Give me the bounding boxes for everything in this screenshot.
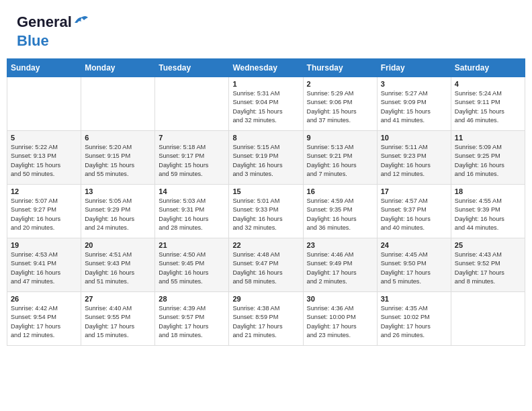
day-number: 3 bbox=[381, 80, 447, 88]
day-number: 19 bbox=[11, 241, 77, 249]
header-day-tuesday: Tuesday bbox=[155, 59, 229, 77]
day-info: Sunrise: 4:35 AM Sunset: 10:02 PM Daylig… bbox=[381, 304, 447, 340]
day-info: Sunrise: 4:55 AM Sunset: 9:39 PM Dayligh… bbox=[455, 197, 521, 232]
day-number: 21 bbox=[159, 241, 225, 249]
day-number: 14 bbox=[159, 187, 225, 195]
day-info: Sunrise: 4:59 AM Sunset: 9:35 PM Dayligh… bbox=[307, 197, 373, 232]
calendar-cell bbox=[81, 77, 155, 131]
day-info: Sunrise: 5:01 AM Sunset: 9:33 PM Dayligh… bbox=[232, 197, 299, 232]
calendar-cell: 7Sunrise: 5:18 AM Sunset: 9:17 PM Daylig… bbox=[155, 131, 229, 185]
calendar-cell: 28Sunrise: 4:39 AM Sunset: 9:57 PM Dayli… bbox=[155, 292, 229, 346]
day-info: Sunrise: 4:46 AM Sunset: 9:49 PM Dayligh… bbox=[307, 250, 373, 286]
calendar-cell: 6Sunrise: 5:20 AM Sunset: 9:15 PM Daylig… bbox=[81, 131, 155, 185]
header-day-sunday: Sunday bbox=[7, 59, 81, 77]
header-day-thursday: Thursday bbox=[303, 59, 377, 77]
calendar-cell: 12Sunrise: 5:07 AM Sunset: 9:27 PM Dayli… bbox=[7, 185, 81, 238]
calendar-cell: 2Sunrise: 5:29 AM Sunset: 9:06 PM Daylig… bbox=[303, 77, 377, 131]
day-number: 16 bbox=[307, 187, 373, 195]
day-info: Sunrise: 4:36 AM Sunset: 10:00 PM Daylig… bbox=[307, 304, 373, 340]
day-number: 6 bbox=[85, 134, 151, 142]
logo: General Blue bbox=[17, 13, 72, 50]
calendar-cell: 27Sunrise: 4:40 AM Sunset: 9:55 PM Dayli… bbox=[81, 292, 155, 346]
day-info: Sunrise: 5:09 AM Sunset: 9:25 PM Dayligh… bbox=[455, 143, 521, 179]
calendar-cell: 19Sunrise: 4:53 AM Sunset: 9:41 PM Dayli… bbox=[7, 238, 81, 292]
day-info: Sunrise: 4:42 AM Sunset: 9:54 PM Dayligh… bbox=[11, 304, 77, 340]
header-row: SundayMondayTuesdayWednesdayThursdayFrid… bbox=[7, 59, 525, 77]
day-info: Sunrise: 5:11 AM Sunset: 9:23 PM Dayligh… bbox=[381, 143, 447, 179]
header-day-wednesday: Wednesday bbox=[229, 59, 303, 77]
calendar-cell: 29Sunrise: 4:38 AM Sunset: 8:59 PM Dayli… bbox=[229, 292, 303, 346]
calendar-cell bbox=[451, 292, 525, 346]
calendar-cell: 26Sunrise: 4:42 AM Sunset: 9:54 PM Dayli… bbox=[7, 292, 81, 346]
day-info: Sunrise: 4:40 AM Sunset: 9:55 PM Dayligh… bbox=[85, 304, 151, 340]
day-number: 2 bbox=[307, 80, 373, 88]
day-number: 24 bbox=[381, 241, 447, 249]
day-info: Sunrise: 4:43 AM Sunset: 9:52 PM Dayligh… bbox=[455, 250, 521, 286]
calendar-cell bbox=[155, 77, 229, 131]
day-number: 8 bbox=[232, 134, 299, 142]
calendar-cell: 14Sunrise: 5:03 AM Sunset: 9:31 PM Dayli… bbox=[155, 185, 229, 238]
logo-bird-icon bbox=[73, 15, 88, 24]
day-info: Sunrise: 4:48 AM Sunset: 9:47 PM Dayligh… bbox=[232, 250, 299, 286]
day-info: Sunrise: 4:53 AM Sunset: 9:41 PM Dayligh… bbox=[11, 250, 77, 286]
day-number: 25 bbox=[455, 241, 521, 249]
calendar-cell bbox=[7, 77, 81, 131]
calendar-cell: 8Sunrise: 5:15 AM Sunset: 9:19 PM Daylig… bbox=[229, 131, 303, 185]
calendar-body: 1Sunrise: 5:31 AM Sunset: 9:04 PM Daylig… bbox=[7, 77, 525, 346]
calendar-cell: 16Sunrise: 4:59 AM Sunset: 9:35 PM Dayli… bbox=[303, 185, 377, 238]
calendar-cell: 4Sunrise: 5:24 AM Sunset: 9:11 PM Daylig… bbox=[451, 77, 525, 131]
calendar-cell: 3Sunrise: 5:27 AM Sunset: 9:09 PM Daylig… bbox=[377, 77, 451, 131]
calendar-cell: 21Sunrise: 4:50 AM Sunset: 9:45 PM Dayli… bbox=[155, 238, 229, 292]
day-number: 4 bbox=[455, 80, 521, 88]
calendar-cell: 13Sunrise: 5:05 AM Sunset: 9:29 PM Dayli… bbox=[81, 185, 155, 238]
day-info: Sunrise: 4:50 AM Sunset: 9:45 PM Dayligh… bbox=[159, 250, 225, 286]
calendar-cell: 10Sunrise: 5:11 AM Sunset: 9:23 PM Dayli… bbox=[377, 131, 451, 185]
calendar-table: SundayMondayTuesdayWednesdayThursdayFrid… bbox=[7, 58, 525, 346]
day-info: Sunrise: 5:22 AM Sunset: 9:13 PM Dayligh… bbox=[11, 143, 77, 179]
day-number: 31 bbox=[381, 295, 447, 303]
day-info: Sunrise: 5:13 AM Sunset: 9:21 PM Dayligh… bbox=[307, 143, 373, 179]
day-info: Sunrise: 5:03 AM Sunset: 9:31 PM Dayligh… bbox=[159, 197, 225, 232]
day-info: Sunrise: 4:38 AM Sunset: 8:59 PM Dayligh… bbox=[232, 304, 299, 340]
day-number: 30 bbox=[307, 295, 373, 303]
logo-general: General bbox=[17, 13, 72, 30]
header-day-monday: Monday bbox=[81, 59, 155, 77]
day-info: Sunrise: 4:39 AM Sunset: 9:57 PM Dayligh… bbox=[159, 304, 225, 340]
day-info: Sunrise: 4:51 AM Sunset: 9:43 PM Dayligh… bbox=[85, 250, 151, 286]
week-row-3: 12Sunrise: 5:07 AM Sunset: 9:27 PM Dayli… bbox=[7, 185, 525, 238]
calendar-cell: 24Sunrise: 4:45 AM Sunset: 9:50 PM Dayli… bbox=[377, 238, 451, 292]
calendar-cell: 9Sunrise: 5:13 AM Sunset: 9:21 PM Daylig… bbox=[303, 131, 377, 185]
calendar-cell: 22Sunrise: 4:48 AM Sunset: 9:47 PM Dayli… bbox=[229, 238, 303, 292]
day-info: Sunrise: 5:31 AM Sunset: 9:04 PM Dayligh… bbox=[232, 89, 299, 125]
day-number: 29 bbox=[232, 295, 299, 303]
day-info: Sunrise: 4:57 AM Sunset: 9:37 PM Dayligh… bbox=[381, 197, 447, 232]
day-info: Sunrise: 5:07 AM Sunset: 9:27 PM Dayligh… bbox=[11, 197, 77, 232]
week-row-4: 19Sunrise: 4:53 AM Sunset: 9:41 PM Dayli… bbox=[7, 238, 525, 292]
day-info: Sunrise: 5:24 AM Sunset: 9:11 PM Dayligh… bbox=[455, 89, 521, 125]
day-number: 22 bbox=[232, 241, 299, 249]
header-day-saturday: Saturday bbox=[451, 59, 525, 77]
day-info: Sunrise: 4:45 AM Sunset: 9:50 PM Dayligh… bbox=[381, 250, 447, 286]
calendar-cell: 23Sunrise: 4:46 AM Sunset: 9:49 PM Dayli… bbox=[303, 238, 377, 292]
day-number: 5 bbox=[11, 134, 77, 142]
page-header: General Blue bbox=[7, 7, 525, 53]
day-number: 15 bbox=[232, 187, 299, 195]
day-number: 9 bbox=[307, 134, 373, 142]
calendar-cell: 15Sunrise: 5:01 AM Sunset: 9:33 PM Dayli… bbox=[229, 185, 303, 238]
day-info: Sunrise: 5:20 AM Sunset: 9:15 PM Dayligh… bbox=[85, 143, 151, 179]
calendar-cell: 25Sunrise: 4:43 AM Sunset: 9:52 PM Dayli… bbox=[451, 238, 525, 292]
day-info: Sunrise: 5:05 AM Sunset: 9:29 PM Dayligh… bbox=[85, 197, 151, 232]
day-number: 27 bbox=[85, 295, 151, 303]
day-number: 26 bbox=[11, 295, 77, 303]
day-number: 17 bbox=[381, 187, 447, 195]
logo-blue: Blue bbox=[17, 32, 49, 49]
calendar-header: SundayMondayTuesdayWednesdayThursdayFrid… bbox=[7, 59, 525, 77]
calendar-cell: 1Sunrise: 5:31 AM Sunset: 9:04 PM Daylig… bbox=[229, 77, 303, 131]
calendar-cell: 11Sunrise: 5:09 AM Sunset: 9:25 PM Dayli… bbox=[451, 131, 525, 185]
calendar-cell: 20Sunrise: 4:51 AM Sunset: 9:43 PM Dayli… bbox=[81, 238, 155, 292]
day-number: 28 bbox=[159, 295, 225, 303]
day-number: 18 bbox=[455, 187, 521, 195]
day-number: 13 bbox=[85, 187, 151, 195]
week-row-2: 5Sunrise: 5:22 AM Sunset: 9:13 PM Daylig… bbox=[7, 131, 525, 185]
day-info: Sunrise: 5:15 AM Sunset: 9:19 PM Dayligh… bbox=[232, 143, 299, 179]
